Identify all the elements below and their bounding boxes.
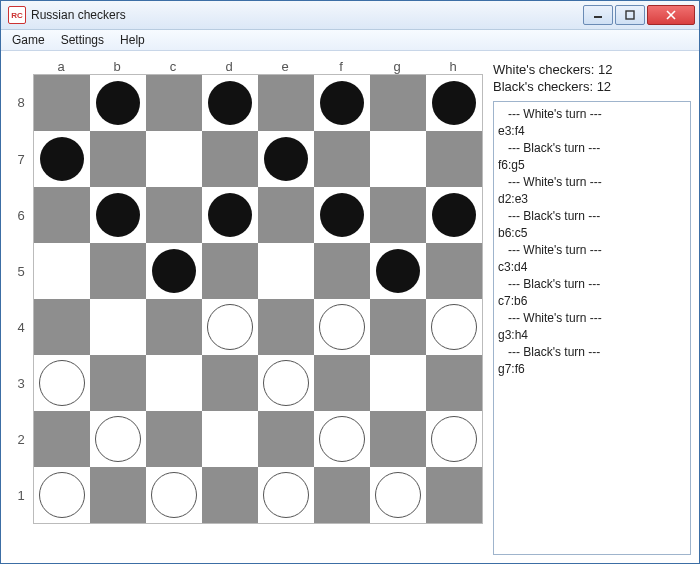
square-f2[interactable] [314,411,370,467]
square-c7[interactable] [146,131,202,187]
black-piece[interactable] [320,81,364,125]
square-d5[interactable] [202,243,258,299]
menu-game[interactable]: Game [5,31,52,49]
menu-help[interactable]: Help [113,31,152,49]
white-piece[interactable] [95,416,141,462]
square-a7[interactable] [34,131,90,187]
square-c6[interactable] [146,187,202,243]
black-piece[interactable] [432,193,476,237]
black-piece[interactable] [40,137,84,181]
square-b3[interactable] [90,355,146,411]
col-label: e [257,59,313,74]
square-c3[interactable] [146,355,202,411]
square-d3[interactable] [202,355,258,411]
square-c4[interactable] [146,299,202,355]
close-button[interactable] [647,5,695,25]
square-b1[interactable] [90,467,146,523]
square-e6[interactable] [258,187,314,243]
black-piece[interactable] [96,193,140,237]
white-piece[interactable] [431,304,477,350]
square-c5[interactable] [146,243,202,299]
row-label: 6 [9,187,33,243]
log-turn-header: --- Black's turn --- [498,344,686,361]
square-e3[interactable] [258,355,314,411]
square-d7[interactable] [202,131,258,187]
square-h4[interactable] [426,299,482,355]
square-d1[interactable] [202,467,258,523]
black-piece[interactable] [208,81,252,125]
square-g6[interactable] [370,187,426,243]
square-h2[interactable] [426,411,482,467]
white-piece[interactable] [263,472,309,518]
square-d8[interactable] [202,75,258,131]
black-piece[interactable] [432,81,476,125]
white-piece[interactable] [207,304,253,350]
square-d6[interactable] [202,187,258,243]
square-b6[interactable] [90,187,146,243]
square-b2[interactable] [90,411,146,467]
square-f6[interactable] [314,187,370,243]
square-a4[interactable] [34,299,90,355]
square-d2[interactable] [202,411,258,467]
square-e7[interactable] [258,131,314,187]
square-g4[interactable] [370,299,426,355]
square-a6[interactable] [34,187,90,243]
window-buttons [583,5,695,25]
square-a5[interactable] [34,243,90,299]
square-g7[interactable] [370,131,426,187]
square-g3[interactable] [370,355,426,411]
log-turn-header: --- White's turn --- [498,174,686,191]
square-h5[interactable] [426,243,482,299]
square-h1[interactable] [426,467,482,523]
square-b7[interactable] [90,131,146,187]
square-f7[interactable] [314,131,370,187]
square-a8[interactable] [34,75,90,131]
square-g5[interactable] [370,243,426,299]
white-piece[interactable] [319,416,365,462]
square-d4[interactable] [202,299,258,355]
square-c1[interactable] [146,467,202,523]
square-f5[interactable] [314,243,370,299]
move-log[interactable]: --- White's turn ---e3:f4 --- Black's tu… [493,101,691,555]
square-f8[interactable] [314,75,370,131]
square-g2[interactable] [370,411,426,467]
square-g1[interactable] [370,467,426,523]
square-b4[interactable] [90,299,146,355]
square-e4[interactable] [258,299,314,355]
minimize-button[interactable] [583,5,613,25]
square-h3[interactable] [426,355,482,411]
square-g8[interactable] [370,75,426,131]
black-piece[interactable] [376,249,420,293]
square-h7[interactable] [426,131,482,187]
white-piece[interactable] [39,472,85,518]
white-piece[interactable] [39,360,85,406]
square-c8[interactable] [146,75,202,131]
square-e5[interactable] [258,243,314,299]
square-c2[interactable] [146,411,202,467]
square-a1[interactable] [34,467,90,523]
black-piece[interactable] [264,137,308,181]
square-f3[interactable] [314,355,370,411]
square-a3[interactable] [34,355,90,411]
black-piece[interactable] [320,193,364,237]
square-b5[interactable] [90,243,146,299]
square-b8[interactable] [90,75,146,131]
black-piece[interactable] [152,249,196,293]
square-a2[interactable] [34,411,90,467]
white-piece[interactable] [151,472,197,518]
white-piece[interactable] [319,304,365,350]
menu-settings[interactable]: Settings [54,31,111,49]
square-f1[interactable] [314,467,370,523]
white-piece[interactable] [263,360,309,406]
square-f4[interactable] [314,299,370,355]
white-piece[interactable] [375,472,421,518]
square-e8[interactable] [258,75,314,131]
square-e1[interactable] [258,467,314,523]
maximize-button[interactable] [615,5,645,25]
black-piece[interactable] [96,81,140,125]
square-e2[interactable] [258,411,314,467]
white-piece[interactable] [431,416,477,462]
square-h8[interactable] [426,75,482,131]
black-piece[interactable] [208,193,252,237]
square-h6[interactable] [426,187,482,243]
